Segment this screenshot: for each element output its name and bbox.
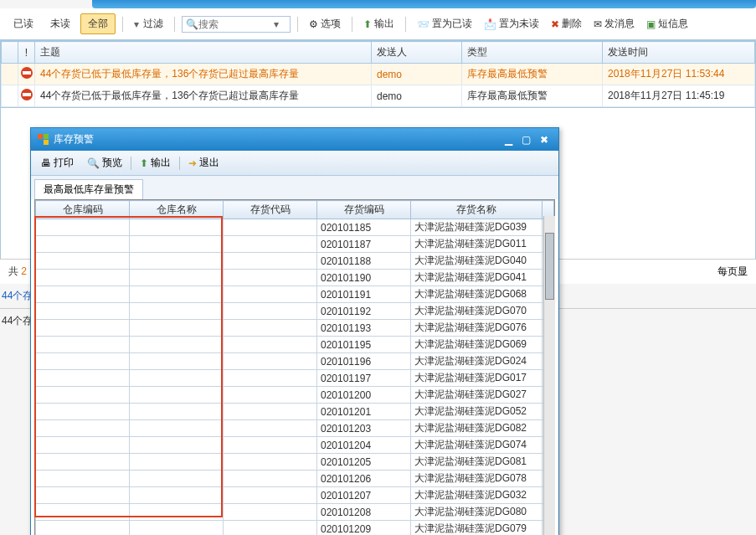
cell-inv-code: 020101205	[317, 454, 411, 471]
cell-inv-code: 020101191	[317, 286, 411, 303]
cell-type: 库存最高最低预警	[462, 64, 603, 85]
cell-inv-name: 大津泥盐湖硅藻泥DG040	[411, 253, 543, 270]
cell-inv-code: 020101193	[317, 320, 411, 337]
grid-row[interactable]: 020101190大津泥盐湖硅藻泥DG041	[36, 270, 554, 286]
mark-read-label: 置为已读	[432, 17, 472, 31]
grid-row[interactable]: 020101209大津泥盐湖硅藻泥DG079	[36, 521, 554, 536]
cell-inv-code: 020101185	[317, 219, 411, 236]
delete-button[interactable]: ✖删除	[547, 15, 586, 33]
vertical-scrollbar[interactable]	[543, 216, 555, 535]
sms-label: 短信息	[658, 17, 688, 31]
col-warehouse-name[interactable]: 仓库名称	[130, 201, 224, 219]
grid-row[interactable]: 020101185大津泥盐湖硅藻泥DG039	[36, 219, 554, 236]
stop-icon	[21, 67, 33, 79]
scroll-thumb[interactable]	[545, 233, 554, 300]
grid-row[interactable]: 020101196大津泥盐湖硅藻泥DG024	[36, 353, 554, 370]
flag-column[interactable]	[2, 42, 18, 64]
filter-button[interactable]: ▾过滤	[130, 15, 167, 33]
delete-label: 删除	[562, 17, 582, 31]
cell-inv-name: 大津泥盐湖硅藻泥DG079	[411, 521, 543, 536]
grid-row[interactable]: 020101208大津泥盐湖硅藻泥DG080	[36, 504, 554, 521]
message-row[interactable]: 44个存货已低于最低库存量，136个存货已超过最高库存量demo库存最高最低预警…	[2, 64, 755, 85]
grid-row[interactable]: 020101197大津泥盐湖硅藻泥DG017	[36, 370, 554, 387]
search-input[interactable]	[198, 18, 274, 30]
subject-column[interactable]: 主题	[35, 42, 372, 64]
grid-row[interactable]: 020101206大津泥盐湖硅藻泥DG078	[36, 471, 554, 487]
dialog-titlebar[interactable]: 库存预警 ▁ ▢ ✖	[31, 128, 558, 151]
time-column[interactable]: 发送时间	[603, 42, 755, 64]
export-icon: ⬆	[363, 18, 372, 30]
sms-button[interactable]: ▣短信息	[642, 15, 692, 33]
preview-label: 预览	[102, 156, 122, 170]
mark-unread-button[interactable]: 📩置为未读	[480, 15, 543, 33]
inventory-alert-dialog: 库存预警 ▁ ▢ ✖ 🖶打印 🔍预览 ⬆输出 ➜退出 最高最低库存量预警 仓库编…	[30, 127, 559, 535]
dialog-export-button[interactable]: ⬆输出	[135, 154, 176, 172]
options-button[interactable]: ⚙选项	[305, 15, 345, 33]
options-label: 选项	[321, 17, 341, 31]
status-column[interactable]: !	[18, 42, 35, 64]
cell-inv-name: 大津泥盐湖硅藻泥DG027	[411, 387, 543, 404]
separator	[122, 17, 123, 32]
funnel-icon: ▾	[134, 18, 139, 30]
tab-min-max-alert[interactable]: 最高最低库存量预警	[34, 179, 143, 199]
maximize-button[interactable]: ▢	[519, 134, 534, 146]
cell-inv-code: 020101190	[317, 270, 411, 286]
cell-inv-code: 020101196	[317, 353, 411, 370]
cell-inv-name: 大津泥盐湖硅藻泥DG032	[411, 487, 543, 504]
type-column[interactable]: 类型	[462, 42, 603, 64]
cell-inv-name: 大津泥盐湖硅藻泥DG082	[411, 420, 543, 437]
main-toolbar: 已读 未读 全部 ▾过滤 🔍 ▾ ⚙选项 ⬆输出 📨置为已读 📩置为未读 ✖删除…	[0, 8, 756, 40]
grid-row[interactable]: 020101201大津泥盐湖硅藻泥DG052	[36, 404, 554, 420]
cell-inv-name: 大津泥盐湖硅藻泥DG069	[411, 337, 543, 353]
tab-all[interactable]: 全部	[80, 13, 116, 34]
grid-row[interactable]: 020101203大津泥盐湖硅藻泥DG082	[36, 420, 554, 437]
search-box[interactable]: 🔍 ▾	[182, 16, 291, 33]
cell-inv-name: 大津泥盐湖硅藻泥DG078	[411, 471, 543, 487]
minimize-button[interactable]: ▁	[501, 134, 516, 146]
preview-button[interactable]: 🔍预览	[82, 154, 127, 172]
grid-row[interactable]: 020101200大津泥盐湖硅藻泥DG027	[36, 387, 554, 404]
alert-grid[interactable]: 仓库编码 仓库名称 存货代码 存货编码 存货名称 020101185大津泥盐湖硅…	[34, 199, 555, 535]
grid-row[interactable]: 020101192大津泥盐湖硅藻泥DG070	[36, 303, 554, 320]
grid-row[interactable]: 020101207大津泥盐湖硅藻泥DG032	[36, 487, 554, 504]
separator	[297, 17, 298, 32]
grid-row[interactable]: 020101188大津泥盐湖硅藻泥DG040	[36, 253, 554, 270]
export-button[interactable]: ⬆输出	[359, 15, 399, 33]
tab-unread[interactable]: 未读	[44, 14, 77, 33]
mark-read-button[interactable]: 📨置为已读	[413, 15, 476, 33]
print-button[interactable]: 🖶打印	[36, 154, 79, 172]
cell-inv-code: 020101201	[317, 404, 411, 420]
filter-label: 过滤	[143, 17, 163, 31]
grid-row[interactable]: 020101191大津泥盐湖硅藻泥DG068	[36, 286, 554, 303]
per-page-label: 每页显	[717, 265, 748, 279]
col-inv-name[interactable]: 存货名称	[411, 201, 543, 219]
cell-inv-name: 大津泥盐湖硅藻泥DG081	[411, 454, 543, 471]
col-inv-code[interactable]: 存货编码	[317, 201, 411, 219]
sender-column[interactable]: 发送人	[372, 42, 462, 64]
message-row[interactable]: 44个存货已低于最低库存量，136个存货已超过最高库存量demo库存最高最低预警…	[2, 85, 755, 107]
col-inv-proxy[interactable]: 存货代码	[224, 201, 317, 219]
col-warehouse-code[interactable]: 仓库编码	[36, 201, 130, 219]
grid-row[interactable]: 020101187大津泥盐湖硅藻泥DG011	[36, 236, 554, 253]
send-message-button[interactable]: ✉发消息	[589, 15, 639, 33]
exit-icon: ➜	[188, 157, 197, 169]
exit-button[interactable]: ➜退出	[183, 154, 224, 172]
preview-icon: 🔍	[87, 157, 100, 169]
sms-icon: ▣	[646, 18, 656, 30]
cell-inv-code: 020101197	[317, 370, 411, 387]
close-button[interactable]: ✖	[537, 134, 552, 146]
search-icon: 🔍	[186, 18, 198, 30]
dropdown-icon[interactable]: ▾	[274, 18, 279, 30]
grid-row[interactable]: 020101205大津泥盐湖硅藻泥DG081	[36, 454, 554, 471]
grid-row[interactable]: 020101204大津泥盐湖硅藻泥DG074	[36, 437, 554, 454]
grid-row[interactable]: 020101193大津泥盐湖硅藻泥DG076	[36, 320, 554, 337]
cell-inv-code: 020101200	[317, 387, 411, 404]
dialog-export-label: 输出	[151, 156, 171, 170]
cell-inv-name: 大津泥盐湖硅藻泥DG039	[411, 219, 543, 236]
separator	[174, 17, 175, 32]
cell-time: 2018年11月27日 11:53:44	[603, 64, 755, 85]
tab-read[interactable]: 已读	[7, 14, 40, 33]
grid-row[interactable]: 020101195大津泥盐湖硅藻泥DG069	[36, 337, 554, 353]
cell-inv-name: 大津泥盐湖硅藻泥DG011	[411, 236, 543, 253]
exit-label: 退出	[199, 156, 219, 170]
